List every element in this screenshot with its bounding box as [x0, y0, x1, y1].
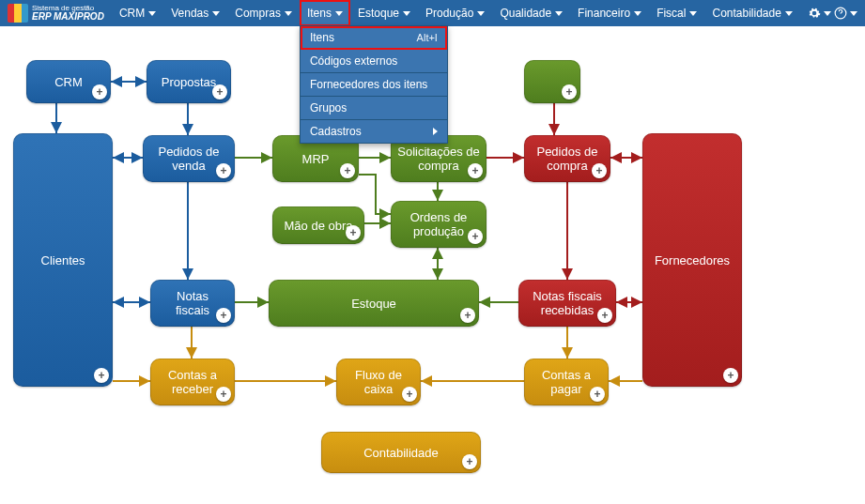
node-notas-fiscais[interactable]: Notasfiscais	[150, 280, 235, 327]
node-contas-pagar[interactable]: Contas apagar	[524, 359, 609, 405]
gear-icon[interactable]	[805, 4, 824, 23]
node-label: Fornecedores	[655, 253, 730, 267]
menu-compras[interactable]: Compras	[227, 0, 300, 26]
node-label: Notas fiscaisrecebidas	[533, 289, 602, 317]
menu-producao[interactable]: Produção	[418, 0, 492, 26]
dropdown-item-itens[interactable]: ItensAlt+I	[301, 26, 447, 50]
plus-icon[interactable]	[468, 163, 483, 178]
dropdown-item-cadastros[interactable]: Cadastros	[301, 120, 447, 143]
gear-caret-icon[interactable]	[824, 11, 831, 16]
node-estoque[interactable]: Estoque	[269, 280, 479, 327]
dropdown-itens: ItensAlt+ICódigos externosFornecedores d…	[300, 25, 448, 144]
node-label: Contas areceber	[168, 368, 217, 396]
node-pedidos-compra[interactable]: Pedidos decompra	[524, 135, 610, 182]
caret-down-icon	[403, 11, 410, 16]
plus-icon[interactable]	[212, 84, 227, 99]
dropdown-item-grupos[interactable]: Grupos	[301, 97, 447, 120]
node-mao-obra[interactable]: Mão de obra	[272, 206, 364, 244]
menu-fiscal[interactable]: Fiscal	[649, 0, 704, 26]
plus-icon[interactable]	[468, 229, 483, 244]
caret-down-icon	[212, 11, 220, 16]
plus-icon[interactable]	[462, 454, 477, 469]
node-crm[interactable]: CRM	[26, 60, 111, 103]
caret-down-icon	[335, 11, 343, 16]
node-contabilidade[interactable]: Contabilidade	[321, 432, 481, 473]
app-logo	[8, 4, 28, 23]
node-label: Notasfiscais	[176, 289, 209, 317]
caret-down-icon	[634, 11, 641, 16]
node-label: Fluxo decaixa	[355, 368, 402, 396]
help-caret-icon[interactable]	[850, 11, 857, 16]
main-menu: CRMVendasComprasItensItensAlt+ICódigos e…	[112, 0, 800, 26]
top-menubar: Sistema de gestão ERP MAXIPROD CRMVendas…	[0, 0, 865, 26]
node-label: Clientes	[41, 253, 85, 267]
caret-down-icon	[477, 11, 485, 16]
node-contas-receber[interactable]: Contas areceber	[150, 359, 235, 405]
menu-contabilidade[interactable]: Contabilidade	[704, 0, 799, 26]
node-fluxo-caixa[interactable]: Fluxo decaixa	[336, 359, 421, 405]
node-pedidos-venda[interactable]: Pedidos devenda	[143, 135, 235, 182]
plus-icon[interactable]	[402, 387, 417, 402]
node-fornecedores[interactable]: Fornecedores	[642, 133, 742, 387]
plus-icon[interactable]	[216, 387, 231, 402]
brand-line2: ERP MAXIPROD	[32, 12, 104, 22]
plus-icon[interactable]	[346, 225, 361, 240]
node-hidden-green[interactable]	[524, 60, 580, 103]
plus-icon[interactable]	[562, 84, 577, 99]
plus-icon[interactable]	[92, 84, 107, 99]
plus-icon[interactable]	[216, 163, 231, 178]
node-label: MRP	[302, 152, 330, 166]
node-label: Mão de obra	[285, 219, 353, 233]
node-label: Ordens deprodução	[410, 210, 468, 238]
menu-crm[interactable]: CRM	[112, 0, 163, 26]
menu-vendas[interactable]: Vendas	[163, 0, 227, 26]
caret-down-icon	[285, 11, 292, 16]
node-ordens-prod[interactable]: Ordens deprodução	[391, 201, 487, 248]
plus-icon[interactable]	[597, 308, 612, 323]
caret-down-icon	[785, 11, 793, 16]
node-nf-recebidas[interactable]: Notas fiscaisrecebidas	[518, 280, 616, 327]
submenu-caret-icon	[433, 128, 438, 135]
menu-estoque[interactable]: Estoque	[350, 0, 418, 26]
node-label: Propostas	[162, 75, 217, 89]
plus-icon[interactable]	[590, 387, 605, 402]
plus-icon[interactable]	[592, 163, 607, 178]
plus-icon[interactable]	[723, 368, 738, 383]
caret-down-icon	[148, 11, 156, 16]
dropdown-item-fornecedoresdositens[interactable]: Fornecedores dos itens	[301, 73, 447, 97]
help-icon[interactable]	[831, 4, 850, 23]
menu-itens[interactable]: ItensItensAlt+ICódigos externosFornecedo…	[300, 0, 350, 26]
plus-icon[interactable]	[340, 163, 355, 178]
plus-icon[interactable]	[216, 308, 231, 323]
node-propostas[interactable]: Propostas	[147, 60, 231, 103]
arrow-mrp-ordens_prod	[359, 175, 391, 214]
node-label: Pedidos devenda	[158, 145, 219, 173]
menu-qualidade[interactable]: Qualidade	[492, 0, 570, 26]
plus-icon[interactable]	[94, 368, 109, 383]
node-clientes[interactable]: Clientes	[13, 133, 113, 387]
node-label: Contas apagar	[542, 368, 591, 396]
node-label: Contabilidade	[363, 446, 439, 460]
plus-icon[interactable]	[460, 308, 475, 323]
node-label: Estoque	[351, 297, 396, 311]
caret-down-icon	[689, 11, 697, 16]
node-label: CRM	[54, 75, 83, 89]
menu-financeiro[interactable]: Financeiro	[570, 0, 649, 26]
caret-down-icon	[555, 11, 563, 16]
brand-text: Sistema de gestão ERP MAXIPROD	[32, 5, 104, 22]
node-label: Pedidos decompra	[536, 145, 597, 173]
dropdown-item-codigosexternos[interactable]: Códigos externos	[301, 50, 447, 73]
